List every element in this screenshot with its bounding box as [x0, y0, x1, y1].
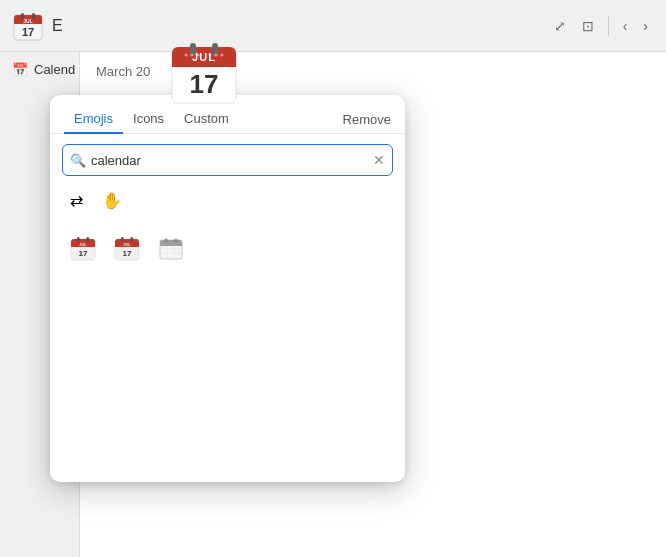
svg-text:17: 17 [190, 69, 219, 99]
tab-icons[interactable]: Icons [123, 105, 174, 134]
svg-point-16 [197, 54, 200, 57]
svg-text:17: 17 [22, 26, 34, 38]
search-clear-button[interactable]: ✕ [373, 152, 385, 168]
toolbar-buttons: ⤢ ⊡ ‹ › [548, 14, 654, 38]
search-icon: 🔍 [70, 153, 86, 168]
svg-rect-26 [87, 237, 90, 242]
emoji-calendar-1: JUL 17 [69, 235, 97, 263]
svg-text:JUL: JUL [123, 242, 131, 247]
tab-emojis[interactable]: Emojis [64, 105, 123, 134]
svg-point-17 [209, 54, 212, 57]
svg-point-18 [215, 54, 218, 57]
titlebar-calendar-icon: JUL 17 [12, 10, 44, 42]
titlebar: JUL 17 E ⤢ ⊡ ‹ › [0, 0, 666, 52]
svg-text:JUL: JUL [23, 18, 32, 24]
picker-actions: ⇄ ✋ [50, 186, 405, 222]
svg-rect-13 [212, 43, 218, 55]
expand-button[interactable]: ⤢ [548, 14, 572, 38]
hand-button[interactable]: ✋ [98, 186, 126, 214]
hand-icon: ✋ [102, 191, 122, 210]
shuffle-icon: ⇄ [70, 191, 83, 210]
floating-calendar-icon-wrapper: JUL 17 [168, 37, 240, 109]
toolbar-separator [608, 16, 609, 36]
emoji-item-3[interactable] [152, 230, 190, 268]
emoji-item-2[interactable]: JUL 17 [108, 230, 146, 268]
tab-custom[interactable]: Custom [174, 105, 239, 134]
shuffle-button[interactable]: ⇄ [62, 186, 90, 214]
emoji-calendar-3 [157, 235, 185, 263]
emoji-item-1[interactable]: JUL 17 [64, 230, 102, 268]
sidebar-calendar-label: Calend [34, 62, 75, 77]
emoji-picker: Emojis Icons Custom Remove 🔍 ✕ ⇄ ✋ [50, 95, 405, 482]
svg-rect-33 [131, 237, 134, 242]
back-button[interactable]: ‹ [617, 14, 634, 38]
emoji-calendar-2: JUL 17 [113, 235, 141, 263]
svg-text:17: 17 [79, 249, 88, 258]
floating-calendar-icon: JUL 17 [168, 37, 240, 109]
svg-rect-25 [77, 237, 80, 242]
picker-spacer [50, 302, 405, 482]
svg-rect-5 [21, 13, 24, 19]
search-input[interactable] [62, 144, 393, 176]
svg-rect-36 [160, 243, 182, 246]
svg-rect-12 [190, 43, 196, 55]
svg-point-14 [185, 54, 188, 57]
emoji-results: JUL 17 JUL 17 [50, 222, 405, 302]
remove-button[interactable]: Remove [343, 106, 391, 133]
svg-rect-6 [32, 13, 35, 19]
sidebar-calendar-icon: 📅 [12, 62, 28, 77]
app-title: E [52, 17, 63, 35]
svg-point-19 [221, 54, 224, 57]
window-button[interactable]: ⊡ [576, 14, 600, 38]
svg-text:17: 17 [123, 249, 132, 258]
sidebar-calendar-item[interactable]: 📅 Calend [0, 52, 79, 87]
svg-text:JUL: JUL [79, 242, 87, 247]
svg-rect-32 [121, 237, 124, 242]
svg-point-15 [191, 54, 194, 57]
forward-button[interactable]: › [637, 14, 654, 38]
search-wrap: 🔍 ✕ [50, 134, 405, 186]
